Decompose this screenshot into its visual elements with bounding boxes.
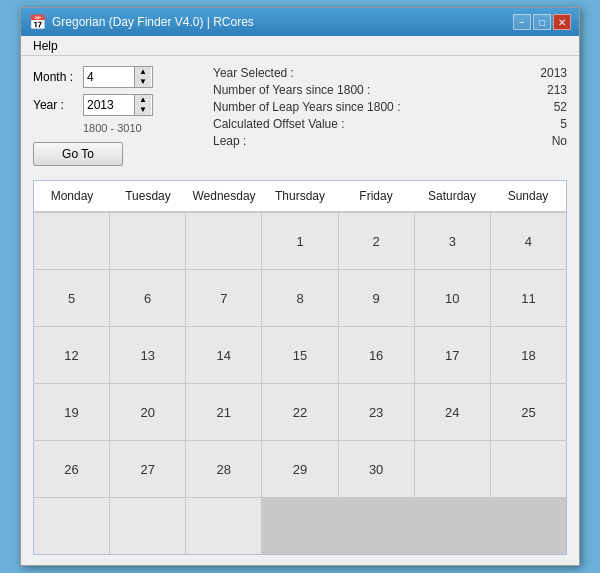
cal-header-saturday: Saturday [414, 181, 490, 211]
window-controls: − □ ✕ [513, 14, 571, 30]
offset-row: Calculated Offset Value : 5 [213, 117, 567, 131]
cal-cell[interactable]: 11 [491, 270, 566, 326]
year-selected-label: Year Selected : [213, 66, 294, 80]
leap-years-label: Number of Leap Years since 1800 : [213, 100, 400, 114]
cal-cell[interactable]: 21 [186, 384, 261, 440]
cal-cell [110, 498, 185, 554]
cal-cell [34, 213, 109, 269]
year-range: 1800 - 3010 [83, 122, 193, 134]
calendar-grid: 1234567891011121314151617181920212223242… [34, 212, 566, 554]
cal-cell [186, 213, 261, 269]
cal-cell [415, 441, 490, 497]
cal-cell[interactable]: 29 [262, 441, 337, 497]
year-field-row: Year : ▲ ▼ [33, 94, 193, 116]
leap-row: Leap : No [213, 134, 567, 148]
year-down-button[interactable]: ▼ [135, 105, 151, 115]
years-since-label: Number of Years since 1800 : [213, 83, 370, 97]
cal-cell[interactable]: 9 [339, 270, 414, 326]
cal-cell[interactable]: 3 [415, 213, 490, 269]
cal-cell[interactable]: 5 [34, 270, 109, 326]
cal-cell [491, 441, 566, 497]
cal-cell[interactable]: 2 [339, 213, 414, 269]
top-section: Month : ▲ ▼ Year : ▲ [33, 66, 567, 166]
month-label: Month : [33, 70, 83, 84]
year-selected-row: Year Selected : 2013 [213, 66, 567, 80]
offset-value: 5 [560, 117, 567, 131]
cal-cell[interactable]: 20 [110, 384, 185, 440]
help-menu[interactable]: Help [27, 37, 64, 55]
minimize-button[interactable]: − [513, 14, 531, 30]
goto-button[interactable]: Go To [33, 142, 123, 166]
cal-cell[interactable]: 13 [110, 327, 185, 383]
month-spin-buttons: ▲ ▼ [134, 67, 151, 87]
cal-header-monday: Monday [34, 181, 110, 211]
month-spinner[interactable]: ▲ ▼ [83, 66, 153, 88]
years-since-value: 213 [547, 83, 567, 97]
cal-cell[interactable]: 1 [262, 213, 337, 269]
cal-cell[interactable]: 23 [339, 384, 414, 440]
content-area: Month : ▲ ▼ Year : ▲ [21, 56, 579, 565]
years-since-row: Number of Years since 1800 : 213 [213, 83, 567, 97]
cal-cell[interactable]: 28 [186, 441, 261, 497]
maximize-button[interactable]: □ [533, 14, 551, 30]
cal-cell [110, 213, 185, 269]
cal-cell[interactable]: 10 [415, 270, 490, 326]
cal-header-friday: Friday [338, 181, 414, 211]
cal-cell[interactable]: 22 [262, 384, 337, 440]
cal-cell[interactable]: 27 [110, 441, 185, 497]
cal-header-thursday: Thursday [262, 181, 338, 211]
month-up-button[interactable]: ▲ [135, 67, 151, 77]
leap-label: Leap : [213, 134, 246, 148]
calendar: MondayTuesdayWednesdayThursdayFridaySatu… [33, 180, 567, 555]
cal-cell[interactable]: 7 [186, 270, 261, 326]
year-up-button[interactable]: ▲ [135, 95, 151, 105]
menu-bar: Help [21, 36, 579, 56]
year-spinner[interactable]: ▲ ▼ [83, 94, 153, 116]
cal-header-sunday: Sunday [490, 181, 566, 211]
year-spin-buttons: ▲ ▼ [134, 95, 151, 115]
cal-cell [34, 498, 109, 554]
title-bar: 📅 Gregorian (Day Finder V4.0) | RCores −… [21, 8, 579, 36]
cal-cell[interactable]: 6 [110, 270, 185, 326]
cal-header-wednesday: Wednesday [186, 181, 262, 211]
cal-cell[interactable]: 14 [186, 327, 261, 383]
cal-cell[interactable]: 26 [34, 441, 109, 497]
left-panel: Month : ▲ ▼ Year : ▲ [33, 66, 193, 166]
cal-cell[interactable]: 17 [415, 327, 490, 383]
cal-cell[interactable]: 15 [262, 327, 337, 383]
month-down-button[interactable]: ▼ [135, 77, 151, 87]
window-title: Gregorian (Day Finder V4.0) | RCores [52, 15, 254, 29]
cal-cell[interactable]: 18 [491, 327, 566, 383]
right-panel: Year Selected : 2013 Number of Years sin… [213, 66, 567, 166]
year-label: Year : [33, 98, 83, 112]
month-field-row: Month : ▲ ▼ [33, 66, 193, 88]
calendar-header: MondayTuesdayWednesdayThursdayFridaySatu… [34, 181, 566, 212]
offset-label: Calculated Offset Value : [213, 117, 345, 131]
cal-cell[interactable]: 24 [415, 384, 490, 440]
year-selected-value: 2013 [540, 66, 567, 80]
cal-cell [186, 498, 261, 554]
month-input[interactable] [84, 69, 134, 85]
cal-cell[interactable]: 19 [34, 384, 109, 440]
cal-cell[interactable]: 16 [339, 327, 414, 383]
cal-cell[interactable]: 12 [34, 327, 109, 383]
cal-cell[interactable]: 25 [491, 384, 566, 440]
cal-cell[interactable]: 4 [491, 213, 566, 269]
year-input[interactable] [84, 97, 134, 113]
close-button[interactable]: ✕ [553, 14, 571, 30]
leap-value: No [552, 134, 567, 148]
main-window: 📅 Gregorian (Day Finder V4.0) | RCores −… [20, 7, 580, 566]
cal-cell[interactable]: 8 [262, 270, 337, 326]
cal-header-tuesday: Tuesday [110, 181, 186, 211]
cal-cell[interactable]: 30 [339, 441, 414, 497]
leap-years-row: Number of Leap Years since 1800 : 52 [213, 100, 567, 114]
leap-years-value: 52 [554, 100, 567, 114]
app-icon: 📅 [29, 14, 46, 30]
